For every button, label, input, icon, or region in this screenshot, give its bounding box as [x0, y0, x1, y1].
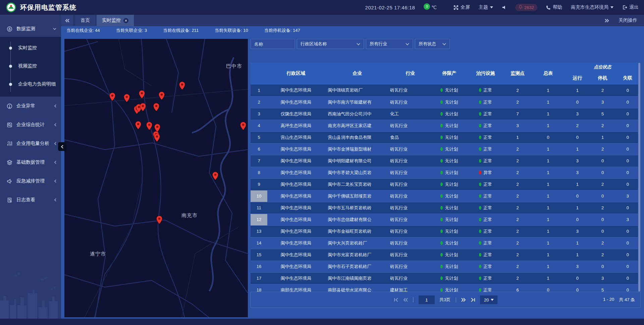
- sidebar-item-company-statistics[interactable]: 企业综合统计: [0, 115, 61, 134]
- status-dot-green: [440, 171, 443, 174]
- table-row[interactable]: 7阆中生态环境局阆中明阳建材有限公司砖瓦行业无计划正常21300: [251, 155, 641, 167]
- production-status: 无计划: [445, 229, 458, 234]
- cell-stopped: 2: [591, 249, 615, 261]
- table-row[interactable]: 1阆中生态环境局阆中强锐页岩砖厂砖瓦行业无计划正常21120: [251, 85, 641, 96]
- sidebar-item-label: 企业综合统计: [16, 122, 50, 128]
- table-row[interactable]: 9阆中生态环境局阆中市二龙长宝页岩砖砖瓦行业无计划正常21120: [251, 178, 641, 190]
- page-size-select[interactable]: 20: [480, 295, 497, 304]
- fullscreen-button[interactable]: 全屏: [453, 4, 470, 10]
- close-icon[interactable]: [123, 18, 128, 23]
- industry-filter-select[interactable]: 所有行业: [366, 39, 413, 49]
- table-row[interactable]: 15阆中生态环境局阆中市光富页岩机砖厂砖瓦行业无计划正常21120: [251, 249, 641, 261]
- sidebar-item-emergency[interactable]: 应急减排管理: [0, 172, 61, 191]
- cell-facility: 正常: [468, 237, 503, 249]
- map-city-label: 南充市: [181, 212, 198, 219]
- notification-pill[interactable]: 2632: [515, 4, 537, 11]
- cell-monitor: 2: [503, 261, 532, 272]
- cell-stopped: 2: [591, 178, 615, 190]
- status-filter-select[interactable]: 所有状态: [415, 39, 450, 49]
- sidebar-item-data-monitor[interactable]: 数据监测: [0, 21, 61, 37]
- cell-offline: 0: [615, 237, 641, 249]
- chevron-left-icon: [54, 142, 56, 145]
- close-operations-button[interactable]: 关闭操作: [619, 17, 637, 23]
- table-scrollbar[interactable]: [638, 62, 641, 292]
- help-button[interactable]: 帮助: [546, 4, 562, 10]
- app-logo-icon: [6, 2, 16, 12]
- production-status: 无计划: [445, 158, 458, 163]
- sidebar-item-company-abnormal[interactable]: 企业异常: [0, 97, 61, 115]
- cell-region: 阆中生态环境局: [267, 272, 324, 284]
- cell-monitor: 2: [503, 249, 532, 261]
- cell-meter: 1: [532, 261, 564, 272]
- name-filter-field[interactable]: [251, 39, 295, 49]
- status-dot-green: [440, 241, 443, 245]
- next-page-button[interactable]: [461, 298, 466, 302]
- tabs-scroll-right-button[interactable]: [605, 19, 609, 22]
- bell-icon: [519, 5, 523, 10]
- region-filter-select[interactable]: 行政区域名称: [297, 39, 364, 49]
- prev-page-button[interactable]: [403, 298, 408, 302]
- cell-index: 1: [251, 85, 267, 96]
- cell-industry: 砖瓦行业: [390, 167, 430, 178]
- table-row[interactable]: 2阆中生态环境局阆中市南方节能建材有砖瓦行业无计划正常21030: [251, 96, 641, 108]
- map-city-label: 遂宁市: [90, 251, 106, 257]
- cell-facility: 正常: [468, 225, 503, 237]
- submenu-data-monitor: 实时监控 视频监控 企业电力负荷明细: [0, 37, 61, 97]
- page-number-input[interactable]: [419, 295, 435, 304]
- col-meter: 总表: [532, 62, 564, 85]
- tab-label: 首页: [80, 17, 90, 23]
- cell-offline: 0: [615, 85, 641, 96]
- table-row[interactable]: 6阆中生态环境局阆中市金博瑞新型墙材砖瓦行业无计划正常21120: [251, 143, 641, 155]
- tab-home[interactable]: 首页: [75, 15, 95, 26]
- cell-industry: 砖瓦行业: [390, 155, 430, 167]
- phone-icon: [546, 5, 551, 10]
- status-dot-green: [479, 229, 481, 233]
- table-row[interactable]: 13阆中生态环境局阆中市金福旺页岩机砖砖瓦行业无计划正常21300: [251, 225, 641, 237]
- table-row[interactable]: 11阆中生态环境局阆中市五马桥页岩机砖砖瓦行业无计划正常21120: [251, 202, 641, 214]
- cell-production: 无计划: [430, 178, 468, 190]
- facility-status: 正常: [483, 111, 492, 116]
- temperature-badge: 0: [424, 3, 430, 10]
- map-collapse-toggle[interactable]: [58, 142, 66, 151]
- table-row[interactable]: 3仪陇生态环境局西南油气田分公司川中化工无计划正常71350: [251, 108, 641, 120]
- cell-production: 无计划: [430, 261, 468, 272]
- sidebar-item-power-analysis[interactable]: 企业用电量分析: [0, 134, 61, 153]
- theme-dropdown[interactable]: 主题: [479, 4, 493, 10]
- cell-monitor: 3: [503, 120, 532, 131]
- table-row[interactable]: 14阆中生态环境局阆中大兴页岩机砖厂砖瓦行业无计划正常21120: [251, 237, 641, 249]
- table-row[interactable]: 8阆中生态环境局阆中市枣碧大梁山页岩砖瓦行业无计划异常21300: [251, 167, 641, 178]
- sidebar-item-label: 企业异常: [16, 103, 50, 109]
- tabs-scroll-left-button[interactable]: [61, 15, 73, 26]
- sidebar-item-realtime-monitor[interactable]: 实时监控: [0, 39, 61, 57]
- cell-facility: 异常: [468, 167, 503, 178]
- cell-production: 无计划: [430, 272, 468, 284]
- scrollbar-thumb[interactable]: [638, 63, 640, 291]
- status-dot-green: [440, 194, 443, 198]
- last-page-button[interactable]: [471, 298, 475, 302]
- cell-production: 无计划: [430, 237, 468, 249]
- cell-stopped: 3: [591, 272, 615, 284]
- fullscreen-icon: [453, 5, 459, 10]
- table-row[interactable]: 5营山生态环境局营山县润丰肉食品有限食品无计划正常10010: [251, 131, 641, 143]
- chevron-down-icon: [357, 43, 360, 45]
- sidebar-item-base-data[interactable]: 基础数据管理: [0, 153, 61, 172]
- sound-mute-button[interactable]: [502, 5, 506, 10]
- table-row[interactable]: 18南部生态环境局南部县砒华水泥有限公建材加工无计划正常60050: [251, 284, 641, 292]
- sidebar-item-logs[interactable]: 日志查看: [0, 191, 61, 209]
- logout-button[interactable]: 退出: [622, 4, 639, 10]
- table-row[interactable]: 17阆中生态环境局阆中市江南镇阆南页岩砖瓦行业无计划正常21030: [251, 272, 641, 284]
- production-status: 无计划: [445, 135, 458, 140]
- org-dropdown[interactable]: 南充市生态环境局: [571, 4, 613, 10]
- table-row[interactable]: 4高坪生态环境局南充市高坪区王家店建砖瓦行业无计划正常31220: [251, 120, 641, 131]
- sidebar-item-power-load-detail[interactable]: 企业电力负荷明细: [0, 75, 61, 93]
- name-filter-input[interactable]: [254, 42, 291, 47]
- gis-map[interactable]: 巴中市南充市遂宁市: [64, 39, 248, 317]
- tab-realtime-monitor[interactable]: 实时监控: [97, 15, 134, 26]
- table-row[interactable]: 10阆中生态环境局阆中千佛镇五郎垭页岩砖瓦行业无计划正常21003: [251, 190, 641, 202]
- status-dot-green: [440, 100, 443, 104]
- table-row[interactable]: 12阆中生态环境局阆中市忠信建材有限公砖瓦行业无计划正常21003: [251, 214, 641, 225]
- sidebar-item-video-monitor[interactable]: 视频监控: [0, 57, 61, 75]
- table-row[interactable]: 16阆中生态环境局阆中市石子页岩机砖厂砖瓦行业无计划正常21300: [251, 261, 641, 272]
- facility-status: 正常: [483, 123, 492, 128]
- first-page-button[interactable]: [394, 298, 398, 302]
